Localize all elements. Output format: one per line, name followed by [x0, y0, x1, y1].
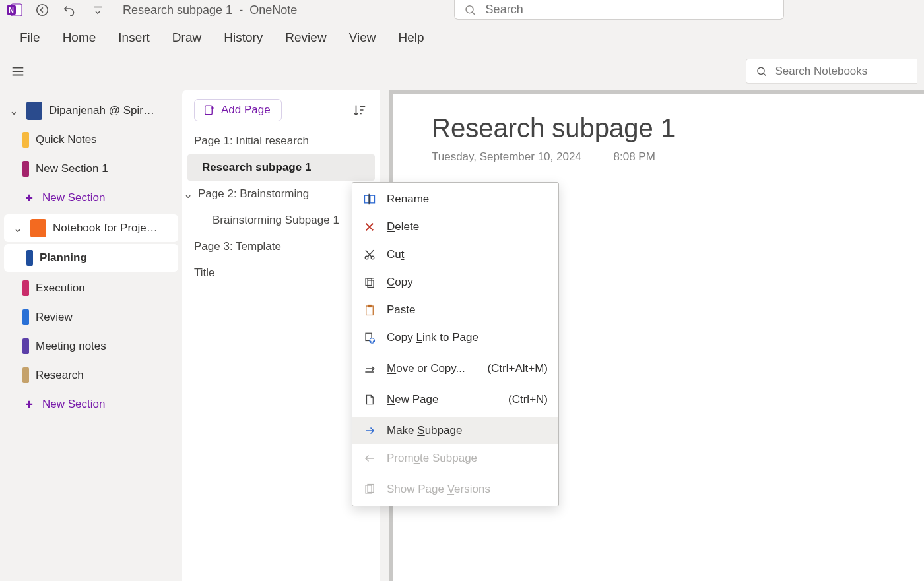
section-review[interactable]: Review — [0, 303, 182, 332]
menu-view[interactable]: View — [349, 30, 376, 45]
new-section-label: New Section — [42, 398, 105, 411]
svg-rect-12 — [366, 278, 372, 286]
section-quick-notes[interactable]: Quick Notes — [0, 125, 182, 154]
cm-copy[interactable]: Copy — [352, 268, 558, 296]
chevron-down-icon: ⌄ — [8, 104, 20, 118]
page-title[interactable]: Research subpage 1 — [432, 113, 696, 146]
notebook-search-box[interactable] — [746, 59, 917, 84]
page-item-label: Brainstorming Subpage 1 — [213, 214, 339, 227]
paste-icon — [362, 304, 378, 316]
cm-make-subpage[interactable]: Make Subpage — [352, 417, 558, 444]
utility-row — [0, 55, 924, 87]
menu-insert[interactable]: Insert — [118, 30, 150, 45]
cm-label: Show Page Versions — [387, 483, 490, 496]
copy-link-icon — [362, 332, 378, 344]
section-tab-icon — [22, 309, 29, 325]
cm-label: Move or Copy... — [387, 362, 465, 375]
customize-qat-button[interactable] — [88, 1, 107, 19]
notebooks-sidebar: ⌄ Dipanjenah @ Spiral... Quick Notes New… — [0, 87, 182, 581]
move-icon — [362, 362, 378, 375]
search-input[interactable] — [486, 3, 774, 16]
cm-label: Paste — [387, 303, 415, 317]
add-page-button[interactable]: Add Page — [194, 99, 282, 121]
page-item-label: Research subpage 1 — [202, 161, 311, 174]
chevron-down-icon: ⌄ — [12, 222, 24, 235]
cm-label: Rename — [387, 193, 429, 206]
cm-delete[interactable]: Delete — [352, 213, 558, 241]
menu-home[interactable]: Home — [63, 30, 96, 45]
page-icon — [362, 393, 378, 406]
page-brainstorming-subpage-1[interactable]: Brainstorming Subpage 1 — [182, 207, 380, 233]
page-title-untitled[interactable]: Title — [182, 260, 380, 286]
section-label: Research — [36, 369, 84, 382]
page-template[interactable]: Page 3: Template — [182, 233, 380, 260]
cm-copy-link[interactable]: Copy Link to Page — [352, 324, 558, 352]
menu-bar: FileHomeInsertDrawHistoryReviewViewHelp — [0, 20, 924, 55]
page-meta: Tuesday, September 10, 2024 8:08 PM — [432, 150, 898, 164]
cm-rename[interactable]: Rename — [352, 185, 558, 213]
add-page-label: Add Page — [221, 104, 271, 117]
cm-new-page[interactable]: New Page (Ctrl+N) — [352, 386, 558, 413]
section-label: Planning — [40, 251, 87, 264]
section-tab-icon — [22, 367, 29, 383]
cm-move[interactable]: Move or Copy... (Ctrl+Alt+M) — [352, 355, 558, 382]
section-meeting-notes[interactable]: Meeting notes — [0, 332, 182, 361]
toggle-navigation-button[interactable] — [7, 60, 29, 82]
search-icon — [464, 3, 477, 16]
notebook-search-input[interactable] — [775, 65, 908, 78]
section-label: Quick Notes — [36, 133, 97, 146]
notebook-icon — [30, 219, 46, 237]
cm-label: Cut — [387, 248, 404, 261]
svg-rect-14 — [368, 305, 372, 307]
page-date: Tuesday, September 10, 2024 — [432, 150, 581, 163]
page-research-subpage-1[interactable]: Research subpage 1 — [187, 154, 375, 181]
section-execution[interactable]: Execution — [0, 274, 182, 303]
svg-point-4 — [466, 5, 473, 13]
notebook-label: Notebook for Project A — [53, 222, 158, 235]
menu-history[interactable]: History — [224, 30, 263, 45]
cm-label: Promote Subpage — [387, 452, 477, 465]
window-title: Research subpage 1 - OneNote — [123, 3, 297, 17]
cm-promote-subpage: Promote Subpage — [352, 444, 558, 472]
cm-label: Copy Link to Page — [387, 331, 478, 344]
section-tab-icon — [22, 132, 29, 148]
svg-point-9 — [365, 256, 368, 259]
page-initial-research[interactable]: Page 1: Initial research — [182, 128, 380, 154]
new-section-label: New Section — [42, 191, 105, 204]
page-item-label: Page 3: Template — [194, 240, 281, 253]
menu-help[interactable]: Help — [398, 30, 424, 45]
notebook-project-a[interactable]: ⌄ Notebook for Project A — [4, 214, 178, 242]
chevron-down-icon: ⌄ — [182, 187, 194, 201]
copy-icon — [362, 276, 378, 288]
page-item-label: Title — [194, 266, 215, 280]
page-brainstorming[interactable]: ⌄Page 2: Brainstorming — [182, 181, 380, 207]
back-button[interactable] — [33, 1, 51, 19]
menu-review[interactable]: Review — [285, 30, 326, 45]
search-box[interactable] — [454, 0, 784, 20]
new-section-button[interactable]: + New Section — [0, 183, 182, 212]
menu-draw[interactable]: Draw — [172, 30, 201, 45]
svg-point-10 — [371, 256, 374, 259]
undo-button[interactable] — [61, 1, 79, 19]
svg-rect-8 — [370, 195, 375, 203]
svg-text:N: N — [9, 6, 14, 14]
cm-cut[interactable]: Cut — [352, 241, 558, 268]
plus-icon: + — [22, 398, 36, 411]
onenote-app-icon: N — [5, 1, 24, 19]
section-new-section-1[interactable]: New Section 1 — [0, 154, 182, 183]
cm-paste[interactable]: Paste — [352, 296, 558, 324]
search-icon — [756, 65, 767, 78]
cm-shortcut: (Ctrl+N) — [508, 393, 548, 406]
section-research[interactable]: Research — [0, 361, 182, 390]
notebook-label: Dipanjenah @ Spiral... — [49, 104, 154, 117]
notebook-dipanjenah[interactable]: ⌄ Dipanjenah @ Spiral... — [0, 96, 182, 125]
new-section-button[interactable]: + New Section — [0, 390, 182, 419]
pages-column: Add Page Page 1: Initial researchResearc… — [182, 90, 380, 581]
section-tab-icon — [22, 338, 29, 354]
section-tab-icon — [22, 161, 29, 177]
page-item-label: Page 1: Initial research — [194, 135, 309, 148]
section-planning[interactable]: Planning — [4, 244, 178, 272]
sort-pages-button[interactable] — [352, 103, 367, 117]
svg-point-5 — [758, 67, 764, 74]
menu-file[interactable]: File — [20, 30, 40, 45]
